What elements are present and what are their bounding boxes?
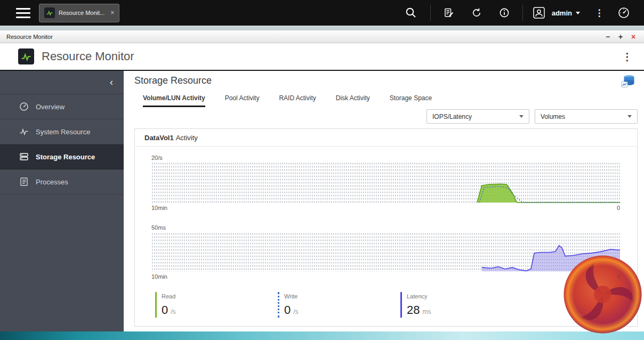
chevron-down-icon: [576, 12, 580, 14]
page-title: Storage Resource: [134, 75, 212, 86]
chevron-down-icon: [627, 115, 632, 118]
divider: [522, 5, 523, 21]
storage-stack-graphic-icon: [621, 74, 635, 88]
tab-close-icon[interactable]: ×: [110, 9, 114, 17]
read-marker-icon: [155, 292, 157, 318]
card-title-suffix: Activity: [176, 134, 198, 142]
hamburger-icon: [16, 8, 30, 10]
tab-volume-lun-activity[interactable]: Volume/LUN Activity: [143, 94, 205, 107]
sidebar-item-system-resource[interactable]: System Resource: [0, 119, 124, 144]
iops-chart: [151, 162, 620, 203]
dashboard-button[interactable]: [611, 0, 637, 26]
x-axis-right-label: 0: [617, 273, 620, 280]
metric-dropdown-value: IOPS/Latency: [432, 113, 472, 120]
legend-label: Write: [284, 293, 299, 299]
resource-monitor-app-icon: [44, 7, 55, 18]
latency-marker-icon: [400, 292, 402, 318]
taskbar-tab-label: Resource Monit...: [59, 10, 104, 16]
sidebar-item-processes[interactable]: Processes: [0, 169, 124, 195]
legend-value: 0: [284, 303, 291, 317]
desktop-taskbar-strip: [0, 331, 644, 340]
user-icon: [533, 6, 545, 19]
dashboard-gauge-icon: [617, 6, 630, 19]
search-icon: [405, 7, 417, 19]
latency-y-axis-label: 50ms: [151, 224, 166, 231]
latency-chart: [151, 232, 620, 272]
desktop-background-strip: [0, 26, 644, 30]
scope-dropdown-value: Volumes: [541, 113, 565, 120]
sidebar-item-storage-resource[interactable]: Storage Resource: [0, 144, 124, 169]
tab-storage-space[interactable]: Storage Space: [390, 94, 432, 107]
tab-bar: Volume/LUN Activity Pool Activity RAID A…: [143, 94, 432, 107]
legend-label: Latency: [407, 293, 431, 299]
sidebar: ‹ Overview System Resource Storage Resou…: [0, 71, 124, 331]
desktop-taskbar: Resource Monit... × admin: [0, 0, 644, 26]
user-name: admin: [552, 9, 572, 17]
app-header: Resource Monitor ⋮: [0, 43, 644, 71]
sidebar-item-label: Overview: [36, 103, 65, 111]
waveform-icon: [19, 127, 29, 136]
tab-raid-activity[interactable]: RAID Activity: [279, 94, 316, 107]
iops-y-axis-label: 20/s: [151, 155, 163, 161]
chevron-down-icon: [519, 115, 524, 118]
kebab-menu-icon: ⋮: [595, 7, 604, 19]
window-titlebar: Resource Monitor − + ×: [0, 30, 644, 43]
process-list-icon: [19, 177, 29, 187]
scope-dropdown[interactable]: Volumes: [535, 109, 638, 124]
legend-unit: ms: [422, 308, 431, 315]
whats-new-button[interactable]: [435, 0, 463, 26]
metric-dropdown[interactable]: IOPS/Latency: [426, 109, 529, 124]
app-menu-button[interactable]: ⋮: [622, 51, 632, 63]
activity-card: DataVol1 Activity 20/s 10min 0 50ms 10mi…: [134, 128, 638, 327]
chevron-left-icon: ‹: [110, 77, 113, 88]
x-axis-right-label: 0: [617, 205, 620, 211]
write-marker-icon: [278, 292, 279, 318]
app-title: Resource Monitor: [42, 50, 134, 63]
iops-x-axis-labels: 10min 0: [151, 205, 620, 211]
sidebar-collapse-button[interactable]: ‹: [0, 71, 124, 94]
storage-disks-icon: [19, 152, 29, 161]
taskbar-right-cluster: admin ⋮: [396, 0, 644, 26]
latency-x-axis-labels: 10min 0: [151, 273, 620, 280]
tab-pool-activity[interactable]: Pool Activity: [225, 94, 260, 107]
minimize-button[interactable]: −: [601, 31, 614, 43]
search-button[interactable]: [396, 0, 426, 26]
main-content: Storage Resource Volume/LUN Activity Poo…: [124, 71, 644, 331]
tab-disk-activity[interactable]: Disk Activity: [336, 94, 370, 107]
divider: [430, 5, 431, 21]
x-axis-left-label: 10min: [151, 205, 167, 211]
legend-value: 28: [407, 303, 420, 317]
sidebar-item-label: System Resource: [36, 128, 91, 136]
legend-unit: /s: [171, 308, 175, 315]
more-options-button[interactable]: ⋮: [587, 0, 611, 26]
user-button[interactable]: [527, 0, 551, 26]
window-title: Resource Monitor: [6, 34, 53, 40]
x-axis-left-label: 10min: [151, 273, 167, 280]
resource-monitor-app-icon: [18, 48, 34, 64]
document-pen-icon: [444, 7, 454, 18]
sidebar-item-label: Storage Resource: [36, 153, 95, 161]
overview-gauge-icon: [19, 102, 29, 111]
legend-unit: /s: [293, 308, 298, 315]
maximize-button[interactable]: +: [614, 31, 627, 43]
close-button[interactable]: ×: [627, 31, 640, 43]
legend-latency: Latency 28ms: [400, 292, 523, 318]
refresh-icon: [471, 7, 482, 18]
sidebar-item-overview[interactable]: Overview: [0, 94, 124, 119]
screen: Resource Monit... × admin: [0, 0, 644, 340]
taskbar-tab-resource-monitor[interactable]: Resource Monit... ×: [39, 4, 119, 22]
sidebar-item-label: Processes: [36, 178, 68, 186]
background-tasks-button[interactable]: [463, 0, 490, 26]
window-controls: − + ×: [601, 31, 640, 43]
filter-controls: IOPS/Latency Volumes: [426, 109, 638, 124]
user-menu[interactable]: admin: [551, 0, 587, 26]
legend-write: Write 0/s: [278, 292, 400, 318]
activity-card-header: DataVol1 Activity: [135, 129, 637, 147]
info-icon: [499, 7, 510, 18]
main-menu-button[interactable]: [16, 8, 30, 18]
info-button[interactable]: [490, 0, 518, 26]
chart-legend: Read 0/s Write 0/s Latency 28ms: [155, 292, 523, 318]
legend-value: 0: [162, 303, 168, 317]
volume-name: DataVol1: [144, 134, 174, 142]
legend-read: Read 0/s: [155, 292, 278, 318]
